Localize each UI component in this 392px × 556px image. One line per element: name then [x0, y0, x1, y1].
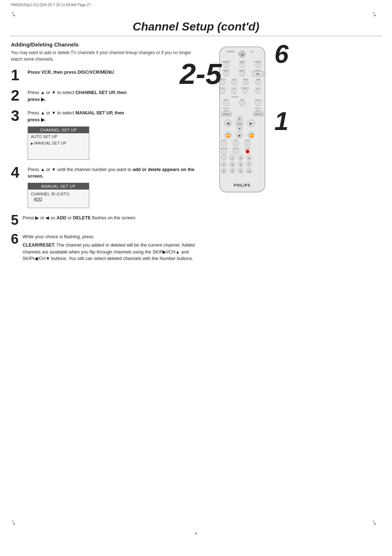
main-content: Adding/Deleting Channels You may want to…: [0, 41, 392, 267]
svg-text:VCR/TV: VCR/TV: [232, 96, 238, 98]
svg-text:1: 1: [232, 157, 233, 159]
svg-text:DISC/VCR: DISC/VCR: [254, 107, 261, 109]
svg-text:▼: ▼: [238, 127, 241, 130]
svg-text:MENU: MENU: [256, 110, 260, 111]
crosshair-bottom-left: +: [13, 521, 19, 527]
svg-text:0: 0: [240, 170, 241, 173]
svg-text:◀: ◀: [226, 121, 229, 125]
svg-point-31: [232, 89, 237, 94]
svg-text:RECORD: RECORD: [244, 147, 250, 149]
svg-text:8: 8: [223, 170, 225, 173]
step-1-number: 1: [11, 68, 25, 83]
svg-point-76: [246, 150, 249, 153]
svg-text:⏻: ⏻: [241, 53, 244, 56]
remote-control-image: ⏻ STANDBY CH SEARCH MODE DISPLAY REPEAT …: [216, 45, 269, 198]
svg-point-8: [224, 62, 229, 68]
svg-text:MENU: MENU: [255, 113, 262, 115]
add-label: ADD: [34, 197, 86, 201]
svg-text:⏪: ⏪: [226, 133, 230, 138]
svg-point-74: [221, 149, 227, 154]
step-2-content: Press ▲ or ▼ to select CHANNEL SET UP, t…: [28, 88, 200, 103]
svg-point-24: [243, 80, 248, 85]
svg-point-33: [256, 89, 261, 94]
svg-point-38: [223, 100, 229, 106]
step-3-number: 3: [11, 108, 25, 123]
svg-text:3: 3: [248, 157, 250, 159]
svg-point-39: [239, 100, 245, 106]
menu-header: CHANNEL SET UP: [28, 127, 89, 133]
svg-point-32: [242, 89, 248, 94]
svg-text:▶: ▶: [238, 134, 241, 137]
svg-text:7: 7: [248, 163, 250, 166]
step-4: 4 Press ▲ or ▼ until the channel number …: [11, 165, 200, 208]
svg-point-70: [245, 141, 250, 146]
svg-text:PHILIPS: PHILIPS: [234, 183, 250, 187]
svg-point-40: [255, 100, 261, 106]
divider-rule: [11, 36, 381, 36]
step-2-number: 2: [11, 88, 25, 103]
svg-point-14: [224, 71, 229, 76]
right-column: 2-5 6 1 ⏻ STANDBY CH SEARCH MODE DISPLAY: [207, 41, 290, 267]
svg-text:9: 9: [232, 170, 233, 173]
svg-point-10: [256, 62, 261, 68]
svg-point-77: [221, 155, 226, 160]
menu-spacer2: [28, 153, 89, 159]
menu-spacer: [28, 146, 89, 153]
svg-point-75: [233, 149, 239, 154]
svg-point-9: [240, 62, 245, 68]
step-1-content: Press VCR, then press DISC/VCR/MENU.: [28, 68, 200, 76]
step-5-number: 5: [11, 213, 20, 227]
crosshair-top-right: +: [373, 13, 379, 19]
svg-text:SYSTEM: SYSTEM: [223, 107, 229, 109]
left-column: Adding/Deleting Channels You may want to…: [11, 41, 200, 267]
crosshair-bottom-right: +: [373, 521, 379, 527]
auto-set-up-item: AUTO SET UP: [28, 133, 89, 140]
step-4-number: 4: [11, 165, 25, 180]
channel-setup-menu: CHANNEL SET UP AUTO SET UP MANUAL SET UP: [28, 126, 89, 160]
svg-point-15: [240, 71, 245, 76]
svg-text:+10: +10: [247, 170, 251, 173]
file-info: H9420UD(p1-51).QX4 03.7.18 11:59 AM Page…: [11, 3, 91, 7]
step-4-content: Press ▲ or ▼ until the channel number yo…: [28, 165, 200, 208]
manual-setup-header: MANUAL SET UP: [28, 183, 89, 190]
step-6-number: 6: [11, 232, 20, 246]
steps-container: 1 Press VCR, then press DISC/VCR/MENU. 2…: [11, 68, 200, 262]
section-description: You may want to add or delete TV channel…: [11, 49, 200, 62]
svg-text:5: 5: [232, 163, 233, 166]
svg-point-69: [233, 141, 239, 146]
svg-text:6: 6: [240, 163, 241, 166]
step-3: 3 Press ▲ or ▼ to select MANUAL SET UP, …: [11, 108, 200, 160]
manual-set-up-item: MANUAL SET UP: [28, 140, 89, 146]
step-5-content: Press ▶ or ◀ so ADD or DELETE flashes on…: [23, 213, 200, 222]
svg-text:MENU: MENU: [223, 113, 230, 115]
svg-text:OK: OK: [237, 122, 242, 125]
svg-point-68: [221, 141, 227, 146]
step-5: 5 Press ▶ or ◀ so ADD or DELETE flashes …: [11, 213, 200, 227]
page-bottom-crosshair: +: [195, 531, 197, 536]
section-heading: Adding/Deleting Channels: [11, 41, 200, 48]
svg-text:4: 4: [223, 163, 225, 166]
svg-text:2: 2: [240, 157, 241, 159]
svg-text:STANDBY: STANDBY: [226, 50, 235, 53]
manual-setup-menu: MANUAL SET UP CHANNEL 30 (CATV) ADD: [28, 183, 89, 208]
step-2: 2 Press ▲ or ▼ to select CHANNEL SET UP,…: [11, 88, 200, 103]
step-6-content: While your choice is flashing, press CLE…: [23, 232, 200, 262]
big-number-6: 6: [274, 41, 289, 67]
page-title: Channel Setup (cont'd): [0, 20, 392, 33]
channel-box-body: CHANNEL 30 (CATV) ADD: [28, 190, 89, 208]
svg-text:▶: ▶: [250, 121, 253, 125]
step-1: 1 Press VCR, then press DISC/VCR/MENU.: [11, 68, 200, 83]
svg-text:▲: ▲: [238, 117, 241, 120]
big-number-25: 2-5: [180, 60, 222, 89]
crosshair-top-left: +: [13, 13, 19, 19]
svg-text:⏭: ⏭: [257, 72, 260, 76]
svg-point-23: [232, 80, 237, 85]
svg-text:MENU: MENU: [224, 110, 228, 111]
step-3-content: Press ▲ or ▼ to select MANUAL SET UP, th…: [28, 108, 200, 160]
step-6: 6 While your choice is flashing, press C…: [11, 232, 200, 262]
svg-text:⏩: ⏩: [249, 133, 254, 138]
channel-line: CHANNEL 30 (CATV): [31, 192, 86, 196]
svg-point-25: [256, 80, 261, 85]
big-number-1: 1: [274, 109, 289, 134]
svg-text:CH: CH: [251, 50, 254, 53]
